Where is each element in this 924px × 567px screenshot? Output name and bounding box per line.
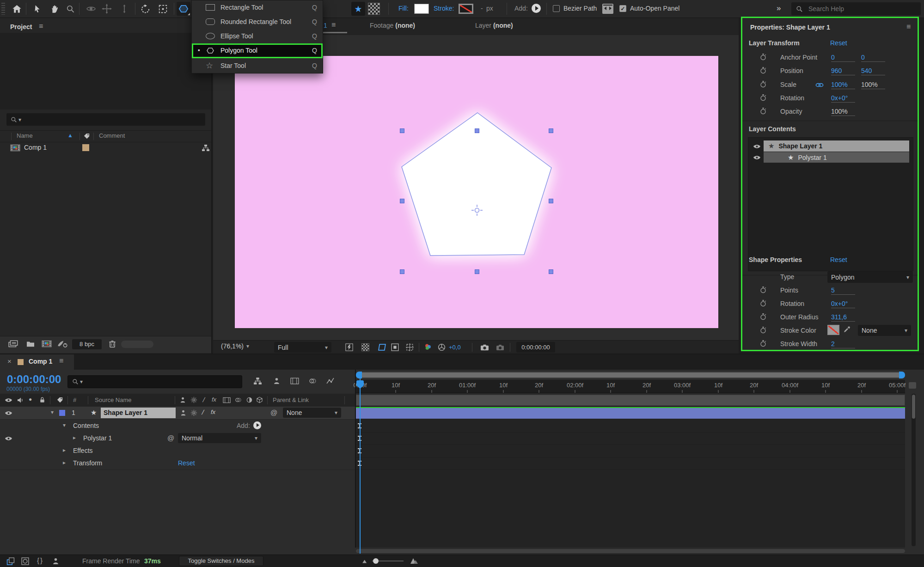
expand-layers-button[interactable] xyxy=(6,557,15,565)
layer-shy-icon[interactable] xyxy=(180,409,187,416)
stroke-type-dropdown[interactable]: None ▾ xyxy=(858,325,911,336)
dolly-camera-tool[interactable] xyxy=(117,2,131,16)
pan-camera-tool[interactable] xyxy=(100,2,114,16)
selection-handle[interactable] xyxy=(400,199,404,203)
fast-preview-icon[interactable] xyxy=(345,343,353,351)
layer-label-color-swatch[interactable] xyxy=(59,410,65,416)
tab-layer[interactable]: Layer (none) xyxy=(475,22,513,29)
timeline-horizontal-scrollbar[interactable] xyxy=(356,549,905,554)
properties-panel-title[interactable]: Properties: Shape Layer 1 xyxy=(750,24,830,31)
delete-item-button[interactable] xyxy=(108,340,116,348)
polystar-expand-chevron-icon[interactable]: ▸ xyxy=(73,434,76,441)
zoom-slider-knob[interactable] xyxy=(373,558,379,564)
menu-item-polygon-tool[interactable]: ▪ Polygon Tool Q xyxy=(192,43,323,58)
selection-handle[interactable] xyxy=(400,128,404,133)
tab-footage[interactable]: Footage (none) xyxy=(370,22,415,29)
menu-item-rounded-rectangle-tool[interactable]: Rounded Rectangle Tool Q xyxy=(192,15,323,29)
auto-open-panel-checkbox[interactable]: ✓ xyxy=(619,5,626,12)
points-value[interactable]: 5 xyxy=(831,287,855,295)
layer-quality-icon[interactable]: / xyxy=(201,408,205,416)
timeline-search-box[interactable]: ▾ xyxy=(67,375,242,388)
composition-tab-suffix[interactable]: 1 xyxy=(324,22,327,29)
stopwatch-icon[interactable] xyxy=(759,340,767,347)
shy-layers-toggle[interactable] xyxy=(52,557,60,565)
polygon-shape-tool[interactable] xyxy=(177,2,190,16)
transform-reset[interactable]: Reset xyxy=(178,459,195,467)
eye-icon[interactable] xyxy=(753,155,761,160)
selection-handle[interactable] xyxy=(549,128,553,133)
project-search-box[interactable]: ▾ xyxy=(6,113,205,126)
layer-duration-bar[interactable] xyxy=(356,407,905,419)
selection-handle[interactable] xyxy=(549,269,553,274)
playhead-line[interactable] xyxy=(360,372,361,554)
time-ruler[interactable]: 0:00f 10f 20f 01:00f 10f 20f 02:00f 10f … xyxy=(356,380,905,393)
layer-transform-reset[interactable]: Reset xyxy=(830,39,847,47)
exposure-shutter-icon[interactable] xyxy=(438,343,446,351)
toolbar-grip[interactable] xyxy=(1,3,5,15)
work-area-bar[interactable] xyxy=(356,395,905,406)
label-track-divider[interactable] xyxy=(355,370,356,548)
scrollbar-handle[interactable] xyxy=(912,395,915,419)
stopwatch-icon[interactable] xyxy=(759,326,767,334)
stopwatch-icon[interactable] xyxy=(759,80,767,88)
new-folder-button[interactable] xyxy=(26,340,35,348)
tool-creates-mask-toggle[interactable] xyxy=(368,3,380,15)
footer-scroll-pill[interactable] xyxy=(121,341,153,348)
timeline-tab-menu-icon[interactable]: ≡ xyxy=(59,357,63,365)
zoom-tool[interactable] xyxy=(63,2,77,16)
stopwatch-icon[interactable] xyxy=(759,94,767,101)
new-composition-button[interactable] xyxy=(42,340,52,348)
layer-collapse-icon[interactable] xyxy=(190,409,197,416)
anchor-x-value[interactable]: 0 xyxy=(831,54,855,62)
parent-dropdown[interactable]: None ▾ xyxy=(283,408,341,418)
graph-editor-button[interactable] xyxy=(326,377,334,385)
stopwatch-icon[interactable] xyxy=(759,53,767,61)
show-snapshot-icon[interactable] xyxy=(496,344,504,351)
label-color-swatch[interactable] xyxy=(82,144,89,151)
effects-row[interactable]: ▸ Effects xyxy=(0,445,355,457)
close-tab-icon[interactable]: × xyxy=(7,357,12,365)
stopwatch-icon[interactable] xyxy=(759,67,767,74)
selection-handle[interactable] xyxy=(475,128,479,133)
selection-handle[interactable] xyxy=(400,269,404,274)
properties-panel-menu-icon[interactable]: ≡ xyxy=(906,23,911,31)
exposure-value[interactable]: +0,0 xyxy=(449,344,461,351)
camera-track-tool[interactable] xyxy=(156,2,170,16)
rotation-tool[interactable] xyxy=(138,2,152,16)
stroke-width-value[interactable]: - xyxy=(481,5,483,12)
menu-item-rectangle-tool[interactable]: Rectangle Tool Q xyxy=(192,0,323,15)
menu-item-star-tool[interactable]: ☆ Star Tool Q xyxy=(192,59,323,73)
stroke-width-value[interactable]: 2 xyxy=(831,340,855,348)
shape-rotation-value[interactable]: 0x+0° xyxy=(831,300,855,308)
timeline-tab-comp1[interactable]: × Comp 1 ≡ xyxy=(0,354,74,370)
project-panel-menu-icon[interactable]: ≡ xyxy=(39,22,43,30)
fill-label[interactable]: Fill: xyxy=(398,5,409,12)
menu-item-ellipse-tool[interactable]: Ellipse Tool Q xyxy=(192,29,323,43)
mask-visibility-icon[interactable] xyxy=(378,343,386,351)
position-y-value[interactable]: 540 xyxy=(861,67,885,75)
navigator-start-handle[interactable] xyxy=(356,372,362,378)
stopwatch-icon[interactable] xyxy=(759,107,767,115)
hide-shy-layers-button[interactable] xyxy=(273,377,281,385)
link-icon[interactable] xyxy=(815,82,824,88)
comp-marker-bin-button[interactable] xyxy=(909,382,916,389)
position-x-value[interactable]: 960 xyxy=(831,67,855,75)
help-search-box[interactable] xyxy=(791,2,921,15)
viewer-tab-menu-icon[interactable]: ≡ xyxy=(331,21,336,29)
composition-canvas[interactable] xyxy=(235,56,718,328)
snapshot-camera-icon[interactable] xyxy=(480,344,489,351)
magnification-dropdown[interactable]: (76,1%) ▾ xyxy=(221,342,249,350)
zoom-in-mountain-icon[interactable] xyxy=(410,558,418,564)
viewer-canvas-area[interactable] xyxy=(213,35,739,340)
composition-mini-flowchart-button[interactable] xyxy=(253,377,262,385)
help-search-input[interactable] xyxy=(808,5,911,13)
source-name-column-header[interactable]: Source Name xyxy=(95,396,131,403)
mask-visibility-toggle[interactable] xyxy=(21,557,29,565)
transform-row[interactable]: ▸ Transform Reset xyxy=(0,457,355,470)
layer-expand-chevron-icon[interactable]: ▾ xyxy=(51,409,54,415)
layer-contents-row-polystar[interactable]: ★ Polystar 1 xyxy=(764,152,909,163)
project-panel-title[interactable]: Project xyxy=(10,23,32,30)
orbit-camera-tool[interactable] xyxy=(84,2,98,16)
resolution-dropdown[interactable]: Full ▾ xyxy=(274,342,331,353)
column-name[interactable]: Name xyxy=(17,132,33,139)
